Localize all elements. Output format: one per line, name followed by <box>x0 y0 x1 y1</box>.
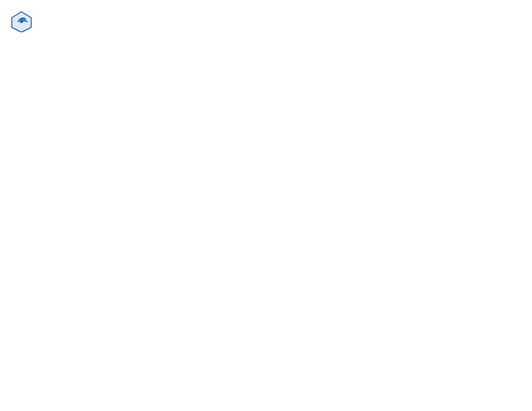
page-header <box>11 11 521 32</box>
logo <box>11 11 35 32</box>
logo-icon <box>11 11 32 32</box>
svg-point-2 <box>20 20 24 24</box>
